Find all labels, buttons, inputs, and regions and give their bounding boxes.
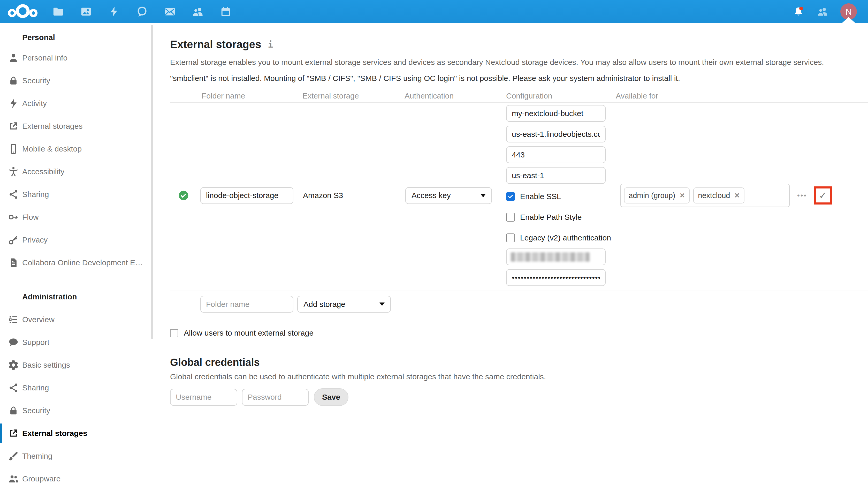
smbclient-warning-text: "smbclient" is not installed. Mounting o… (170, 74, 868, 83)
sidebar-item-privacy[interactable]: Privacy (0, 229, 154, 251)
add-storage-row: Add storage (170, 291, 868, 312)
external-link-icon (8, 120, 19, 132)
global-username-input[interactable] (170, 389, 237, 406)
global-password-input[interactable] (242, 389, 309, 406)
people-icon (8, 473, 19, 484)
sidebar-item-accessibility[interactable]: Accessibility (0, 160, 154, 183)
chip-label: nextcloud (698, 191, 730, 200)
mail-app-icon[interactable] (164, 6, 176, 18)
redacted-access-key-value (511, 252, 590, 262)
sidebar-item-overview[interactable]: Overview (0, 308, 154, 331)
authentication-select[interactable]: Access key (405, 187, 492, 204)
external-storages-settings: External storages i External storage ena… (154, 23, 868, 484)
access-key-input[interactable] (506, 248, 606, 265)
save-storage-button-annotation-highlight[interactable]: ✓ (814, 186, 832, 205)
lock-icon (8, 75, 19, 86)
region-input[interactable] (506, 167, 606, 184)
confirm-check-icon: ✓ (819, 190, 827, 201)
lightning-icon (8, 98, 19, 109)
legacy-auth-checkbox[interactable] (506, 234, 515, 242)
sidebar-section-administration: Administration (0, 285, 154, 308)
intro-text: External storage enables you to mount ex… (170, 58, 868, 67)
new-folder-name-input[interactable] (200, 296, 293, 312)
more-options-button[interactable]: ••• (797, 191, 807, 200)
calendar-app-icon[interactable] (220, 6, 231, 18)
global-credentials-title: Global credentials (170, 357, 868, 368)
avatar-letter: N (845, 7, 852, 17)
document-icon (8, 257, 19, 268)
enable-path-style-label: Enable Path Style (520, 213, 582, 221)
sidebar-item-activity[interactable]: Activity (0, 92, 154, 115)
row-status-cell (170, 105, 200, 286)
external-storage-type-label: Amazon S3 (303, 191, 343, 200)
allow-user-mounting-row[interactable]: Allow users to mount external storage (170, 329, 868, 337)
configuration-cell: Enable SSL Enable Path Style Legacy (v2)… (501, 105, 615, 286)
share-icon (8, 189, 19, 200)
secret-key-input[interactable] (506, 269, 606, 286)
paint-brush-icon (8, 450, 19, 462)
remove-chip-icon[interactable]: ✕ (734, 191, 740, 200)
folder-name-input[interactable] (200, 187, 293, 204)
photos-app-icon[interactable] (80, 6, 92, 18)
available-for-column-header: Available for (615, 92, 793, 102)
add-storage-select[interactable]: Add storage (297, 296, 391, 312)
info-icon[interactable]: i (268, 39, 273, 50)
enable-path-style-checkbox-row[interactable]: Enable Path Style (506, 213, 615, 221)
sidebar-item-groupware[interactable]: Groupware (0, 467, 154, 484)
legacy-auth-checkbox-row[interactable]: Legacy (v2) authentication (506, 234, 615, 242)
enable-path-style-checkbox[interactable] (506, 213, 515, 221)
user-icon (8, 52, 19, 64)
contacts-menu-icon[interactable] (816, 6, 828, 17)
contacts-app-icon[interactable] (192, 6, 204, 18)
allow-user-mounting-checkbox[interactable] (170, 329, 178, 337)
flow-icon (8, 211, 19, 223)
files-app-icon[interactable] (52, 6, 64, 18)
sidebar-item-theming[interactable]: Theming (0, 445, 154, 467)
notifications-bell-icon[interactable] (793, 6, 804, 17)
hostname-input[interactable] (506, 126, 606, 143)
sidebar-item-security-admin[interactable]: Security (0, 399, 154, 422)
sidebar-item-support[interactable]: Support (0, 331, 154, 354)
available-for-input[interactable]: admin (group) ✕ nextcloud ✕ (620, 184, 790, 207)
external-link-icon (8, 428, 19, 439)
storage-table-header: Folder name External storage Authenticat… (170, 92, 868, 103)
accessibility-icon (8, 166, 19, 177)
port-input[interactable] (506, 146, 606, 163)
sidebar-item-flow[interactable]: Flow (0, 206, 154, 229)
chip-label: admin (group) (629, 191, 675, 200)
storage-ok-status-icon (178, 190, 189, 201)
global-credentials-description: Global credentials can be used to authen… (170, 372, 868, 381)
topbar-right-controls: N (793, 0, 868, 23)
avatar-menu-caret (842, 17, 856, 23)
sidebar-item-basic-settings[interactable]: Basic settings (0, 354, 154, 376)
enable-ssl-checkbox[interactable] (506, 192, 515, 201)
available-for-chip-admin-group[interactable]: admin (group) ✕ (624, 187, 690, 204)
sidebar-scrollbar[interactable] (151, 25, 153, 339)
page-title-text: External storages (170, 38, 261, 51)
sidebar-item-security-personal[interactable]: Security (0, 69, 154, 92)
sidebar-item-external-storages-personal[interactable]: External storages (0, 115, 154, 138)
talk-app-icon[interactable] (136, 6, 148, 18)
chevron-down-icon (480, 194, 486, 197)
nextcloud-logo-icon[interactable] (7, 3, 38, 21)
bucket-name-input[interactable] (506, 105, 606, 122)
sidebar-item-external-storages-admin[interactable]: External storages (0, 422, 154, 445)
remove-chip-icon[interactable]: ✕ (680, 191, 685, 200)
status-column-header (170, 92, 200, 102)
sidebar-item-sharing-admin[interactable]: Sharing (0, 376, 154, 399)
sidebar-item-mobile-desktop[interactable]: Mobile & desktop (0, 138, 154, 160)
configuration-column-header: Configuration (501, 92, 615, 102)
authentication-selected-value: Access key (411, 191, 451, 200)
activity-app-icon[interactable] (108, 6, 120, 18)
enable-ssl-checkbox-row[interactable]: Enable SSL (506, 192, 615, 201)
chat-bubble-icon (8, 337, 19, 348)
smartphone-icon (8, 143, 19, 155)
key-icon (8, 234, 19, 246)
available-for-chip-nextcloud[interactable]: nextcloud ✕ (693, 187, 744, 204)
global-credentials-form: Save (170, 388, 868, 406)
sidebar-item-collabora[interactable]: Collabora Online Development Edit… (0, 251, 154, 274)
sidebar-item-personal-info[interactable]: Personal info (0, 47, 154, 69)
chevron-down-icon (379, 303, 384, 306)
sidebar-item-sharing-personal[interactable]: Sharing (0, 183, 154, 206)
save-button[interactable]: Save (314, 388, 348, 406)
